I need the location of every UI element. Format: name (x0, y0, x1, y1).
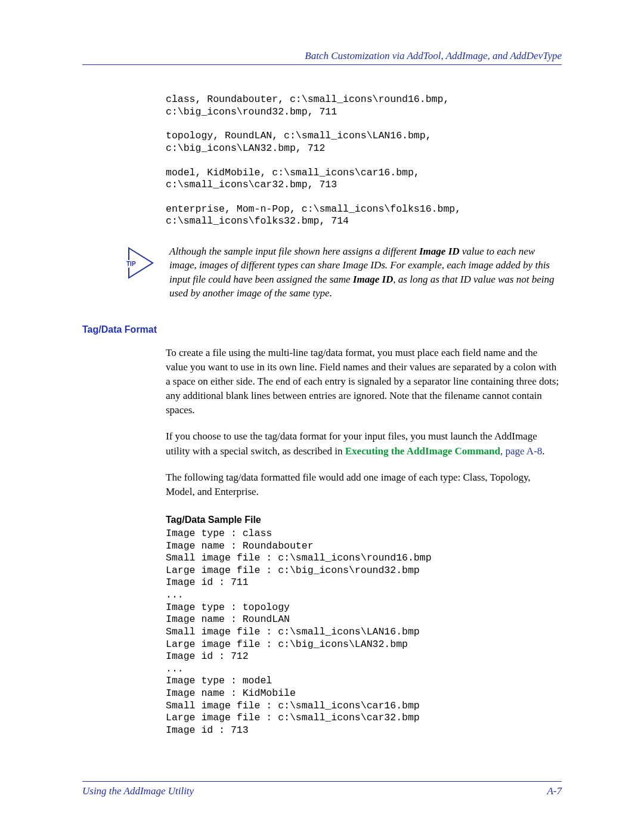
page-footer: Using the AddImage Utility A-7 (82, 781, 562, 797)
page-container: Batch Customization via AddTool, AddImag… (0, 0, 644, 833)
sample-code-block: Image type : class Image name : Roundabo… (166, 528, 562, 737)
paragraph: If you choose to use the tag/data format… (166, 429, 562, 458)
code-block-area: class, Roundabouter, c:\small_icons\roun… (166, 94, 562, 228)
tip-bold1: Image ID (419, 246, 460, 257)
header-title: Batch Customization via AddTool, AddImag… (82, 50, 562, 62)
tip-pre: Although the sample input file shown her… (169, 246, 419, 257)
footer-left: Using the AddImage Utility (82, 785, 194, 797)
footer-page-number: A-7 (547, 785, 562, 797)
code-line: model, KidMobile, c:\small_icons\car16.b… (166, 167, 562, 191)
tip-icon: TIP (124, 244, 159, 283)
code-line: enterprise, Mom-n-Pop, c:\small_icons\fo… (166, 203, 562, 228)
code-line: topology, RoundLAN, c:\small_icons\LAN16… (166, 130, 562, 154)
paragraph: To create a file using the multi-line ta… (166, 346, 562, 418)
tip-callout: TIP Although the sample input file shown… (124, 244, 562, 301)
page-header: Batch Customization via AddTool, AddImag… (82, 50, 562, 65)
cross-ref-link[interactable]: Executing the AddImage Command (345, 445, 500, 457)
tip-label-text: TIP (126, 261, 136, 267)
sample-file-heading: Tag/Data Sample File (166, 515, 562, 525)
page-ref[interactable]: page A-8 (505, 445, 542, 457)
tip-bold2: Image ID (353, 274, 394, 285)
tip-text: Although the sample input file shown her… (169, 244, 562, 301)
p2-post: . (542, 445, 544, 457)
section-heading: Tag/Data Format (82, 324, 562, 335)
paragraph: The following tag/data formatted file wo… (166, 470, 562, 499)
section-body: To create a file using the multi-line ta… (166, 346, 562, 737)
code-line: class, Roundabouter, c:\small_icons\roun… (166, 94, 562, 118)
